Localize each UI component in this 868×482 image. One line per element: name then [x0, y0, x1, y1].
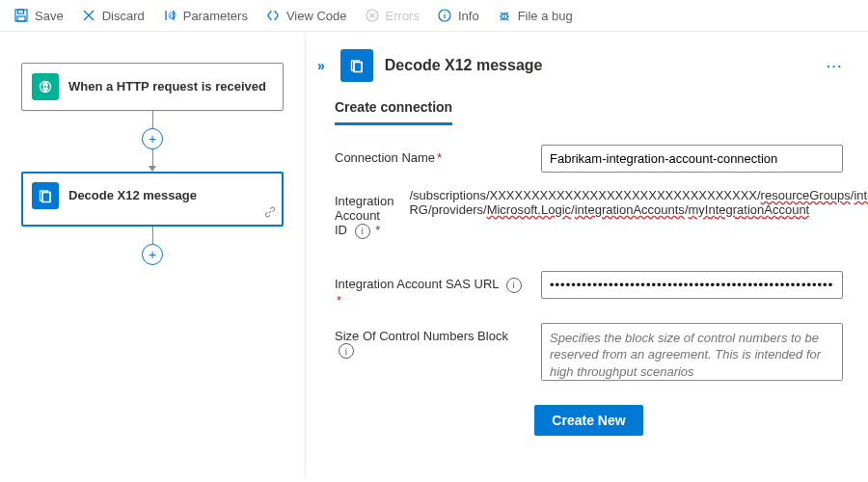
close-icon	[81, 8, 96, 23]
panel-header: » Decode X12 message ···	[313, 49, 843, 82]
svg-line-18	[501, 18, 502, 20]
trigger-card[interactable]: When a HTTP request is received	[21, 63, 284, 111]
info-icon[interactable]: i	[355, 224, 370, 239]
info-button[interactable]: Info	[437, 8, 479, 23]
block-size-input[interactable]	[541, 323, 843, 381]
save-icon	[14, 8, 29, 23]
panel-header-icon	[340, 49, 373, 82]
discard-button[interactable]: Discard	[81, 8, 145, 23]
info-icon[interactable]: i	[506, 278, 522, 293]
create-new-button[interactable]: Create New	[534, 405, 642, 436]
panel-title: Decode X12 message	[385, 57, 543, 74]
view-code-button[interactable]: View Code	[265, 8, 347, 23]
save-button[interactable]: Save	[14, 8, 64, 23]
x12-action-icon	[32, 182, 59, 209]
svg-text:@: @	[168, 11, 176, 20]
trigger-title: When a HTTP request is received	[68, 79, 266, 94]
bug-icon	[497, 8, 512, 23]
main-area: When a HTTP request is received + Decode…	[0, 32, 868, 477]
details-panel: » Decode X12 message ··· Create connecti…	[306, 32, 868, 477]
parameters-label: Parameters	[183, 9, 248, 23]
svg-point-20	[41, 82, 51, 93]
discard-label: Discard	[102, 9, 145, 23]
sas-url-input[interactable]	[541, 271, 843, 299]
tab-create-connection[interactable]: Create connection	[335, 99, 452, 125]
label-sas-url: Integration Account SAS URL i*	[335, 271, 526, 308]
errors-button: Errors	[365, 8, 420, 23]
add-step-button[interactable]: +	[142, 128, 163, 149]
info-icon[interactable]: i	[339, 343, 354, 359]
action-card-selected[interactable]: Decode X12 message	[21, 172, 284, 227]
action-title: Decode X12 message	[68, 188, 197, 203]
http-trigger-icon	[32, 73, 59, 100]
errors-icon	[365, 8, 380, 23]
collapse-icon[interactable]: »	[313, 58, 329, 73]
svg-line-16	[501, 13, 502, 14]
svg-line-19	[506, 18, 508, 20]
label-connection-name: Connection Name*	[335, 145, 526, 165]
link-icon	[264, 206, 276, 221]
label-block-size: Size Of Control Numbers Block i	[335, 323, 526, 360]
panel-more-menu[interactable]: ···	[827, 59, 843, 73]
parameters-icon: @	[162, 8, 177, 23]
add-step-button-2[interactable]: +	[142, 244, 163, 265]
designer-canvas[interactable]: When a HTTP request is received + Decode…	[0, 32, 306, 477]
svg-rect-22	[42, 193, 50, 202]
svg-rect-2	[17, 16, 25, 21]
file-bug-button[interactable]: File a bug	[497, 8, 573, 23]
info-label: Info	[458, 9, 479, 23]
file-bug-label: File a bug	[518, 9, 573, 23]
parameters-button[interactable]: @ Parameters	[162, 8, 248, 23]
code-icon	[265, 8, 281, 23]
svg-rect-25	[354, 63, 362, 72]
connector: +	[21, 111, 284, 172]
connection-form: Connection Name* Integration Account ID …	[335, 145, 843, 436]
info-icon	[437, 8, 452, 23]
command-bar: Save Discard @ Parameters View Code Erro…	[0, 0, 868, 32]
label-integration-account-id: Integration Account ID i *	[335, 188, 393, 239]
panel-tabs: Create connection	[335, 99, 843, 125]
errors-label: Errors	[386, 9, 420, 23]
integration-account-id-input[interactable]: /subscriptions/XXXXXXXXXXXXXXXXXXXXXXXXX…	[409, 188, 868, 255]
svg-point-10	[444, 12, 445, 13]
connection-name-input[interactable]	[541, 145, 843, 173]
svg-rect-1	[18, 10, 24, 13]
save-label: Save	[35, 9, 64, 23]
connector-end: +	[21, 227, 284, 265]
view-code-label: View Code	[286, 9, 347, 23]
svg-line-17	[506, 13, 508, 14]
